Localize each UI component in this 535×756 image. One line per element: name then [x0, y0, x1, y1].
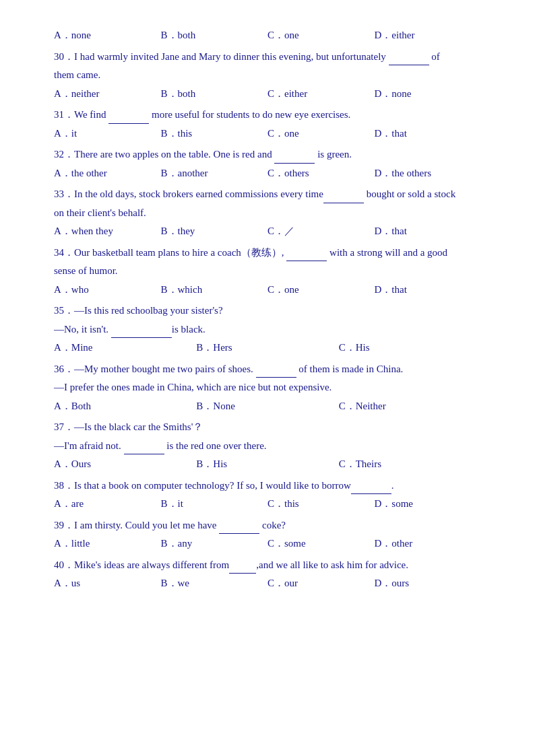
q32-blank — [274, 153, 315, 164]
option-d: D．that — [375, 125, 482, 143]
option-c: C．one — [268, 125, 375, 143]
q37-dialog1: 37．—Is the black car the Smiths'？ — [54, 419, 481, 436]
q38-blank — [351, 483, 391, 494]
option-d: D．some — [375, 495, 482, 513]
option-a: A．little — [54, 535, 161, 553]
option-a: A．are — [54, 495, 161, 513]
option-a: A．the other — [54, 165, 161, 182]
option-c: C．Neither — [339, 398, 481, 415]
question-33: 33．In the old days, stock brokers earned… — [54, 186, 481, 240]
q38-options: A．are B．it C．this D．some — [54, 495, 481, 513]
option-a: A．it — [54, 125, 161, 143]
q30-text: 30．I had warmly invited Jane and Mary to… — [54, 48, 481, 66]
question-37: 37．—Is the black car the Smiths'？ —I'm a… — [54, 419, 481, 473]
option-d: D．either — [375, 27, 482, 44]
q30-blank — [389, 55, 429, 65]
option-b: B．both — [161, 85, 268, 103]
option-d: D．ours — [375, 575, 482, 592]
option-a: A．Both — [54, 398, 196, 415]
option-c: C．this — [268, 495, 375, 513]
q34-blank — [286, 250, 327, 261]
q29-options-row: A．none B．both C．one D．either — [54, 27, 481, 44]
option-b: B．we — [161, 575, 268, 592]
option-d: D．the others — [375, 165, 482, 182]
q36-blank — [256, 367, 296, 378]
option-c: C．one — [268, 27, 375, 44]
option-c: C．either — [268, 85, 375, 103]
question-34: 34．Our basketball team plans to hire a c… — [54, 244, 481, 299]
option-a: A．us — [54, 575, 161, 592]
option-c: C．others — [268, 165, 375, 182]
q34-options: A．who B．which C．one D．that — [54, 281, 481, 299]
option-b: B．None — [196, 398, 338, 415]
option-c: C．some — [268, 535, 375, 553]
q40-options: A．us B．we C．our D．ours — [54, 575, 481, 592]
q32-text: 32．There are two apples on the table. On… — [54, 146, 481, 164]
option-a: A．when they — [54, 223, 161, 240]
q37-options: A．Ours B．His C．Theirs — [54, 456, 481, 473]
question-39: 39．I am thirsty. Could you let me have c… — [54, 517, 481, 553]
q34-text2: sense of humor. — [54, 263, 481, 280]
option-b: B．both — [161, 27, 268, 44]
option-b: B．another — [161, 165, 268, 182]
question-31: 31．We find more useful for students to d… — [54, 106, 481, 142]
question-36: 36．—My mother bought me two pairs of sho… — [54, 361, 481, 415]
option-d: D．that — [375, 281, 482, 299]
option-a: A．neither — [54, 85, 161, 103]
q40-text: 40．Mike's ideas are always different fro… — [54, 557, 481, 574]
q36-dialog2: —I prefer the ones made in China, which … — [54, 379, 481, 397]
option-b: B．Hers — [196, 339, 338, 357]
question-38: 38．Is that a book on computer technology… — [54, 477, 481, 513]
q30-text2: them came. — [54, 67, 481, 84]
q39-text: 39．I am thirsty. Could you let me have c… — [54, 517, 481, 535]
option-b: B．they — [161, 223, 268, 240]
q32-options: A．the other B．another C．others D．the oth… — [54, 165, 481, 182]
question-35: 35．—Is this red schoolbag your sister's?… — [54, 302, 481, 357]
q37-dialog2: —I'm afraid not. is the red one over the… — [54, 438, 481, 455]
q35-dialog1: 35．—Is this red schoolbag your sister's? — [54, 302, 481, 320]
option-c: C．our — [268, 575, 375, 592]
q30-options: A．neither B．both C．either D．none — [54, 85, 481, 103]
option-b: B．this — [161, 125, 268, 143]
option-b: B．His — [196, 456, 338, 473]
option-d: D．that — [375, 223, 482, 240]
option-c: C．His — [339, 339, 481, 357]
option-b: B．it — [161, 495, 268, 513]
option-c: C．／ — [268, 223, 375, 240]
option-a: A．who — [54, 281, 161, 299]
option-d: D．none — [375, 85, 482, 103]
q31-blank — [108, 113, 149, 124]
q31-text: 31．We find more useful for students to d… — [54, 106, 481, 124]
option-c: C．one — [268, 281, 375, 299]
q33-options: A．when they B．they C．／ D．that — [54, 223, 481, 240]
q36-dialog1: 36．—My mother bought me two pairs of sho… — [54, 361, 481, 378]
q37-blank — [124, 444, 164, 454]
q33-blank — [323, 193, 364, 203]
option-b: B．which — [161, 281, 268, 299]
question-40: 40．Mike's ideas are always different fro… — [54, 557, 481, 592]
option-b: B．any — [161, 535, 268, 553]
q35-blank — [111, 327, 172, 338]
option-d: D．other — [375, 535, 482, 553]
question-30: 30．I had warmly invited Jane and Mary to… — [54, 48, 481, 103]
option-a: A．Ours — [54, 456, 196, 473]
q33-text: 33．In the old days, stock brokers earned… — [54, 186, 481, 203]
question-32: 32．There are two apples on the table. On… — [54, 146, 481, 182]
q34-text: 34．Our basketball team plans to hire a c… — [54, 244, 481, 262]
option-a: A．none — [54, 27, 161, 44]
q38-text: 38．Is that a book on computer technology… — [54, 477, 481, 495]
q31-options: A．it B．this C．one D．that — [54, 125, 481, 143]
q40-blank — [229, 563, 256, 574]
q39-blank — [219, 523, 259, 534]
q36-options: A．Both B．None C．Neither — [54, 398, 481, 415]
q33-text2: on their client's behalf. — [54, 205, 481, 222]
option-c: C．Theirs — [339, 456, 481, 473]
q39-options: A．little B．any C．some D．other — [54, 535, 481, 553]
q35-options: A．Mine B．Hers C．His — [54, 339, 481, 357]
q35-dialog2: —No, it isn't. is black. — [54, 321, 481, 339]
option-a: A．Mine — [54, 339, 196, 357]
q29-options: A．none B．both C．one D．either — [54, 27, 481, 44]
